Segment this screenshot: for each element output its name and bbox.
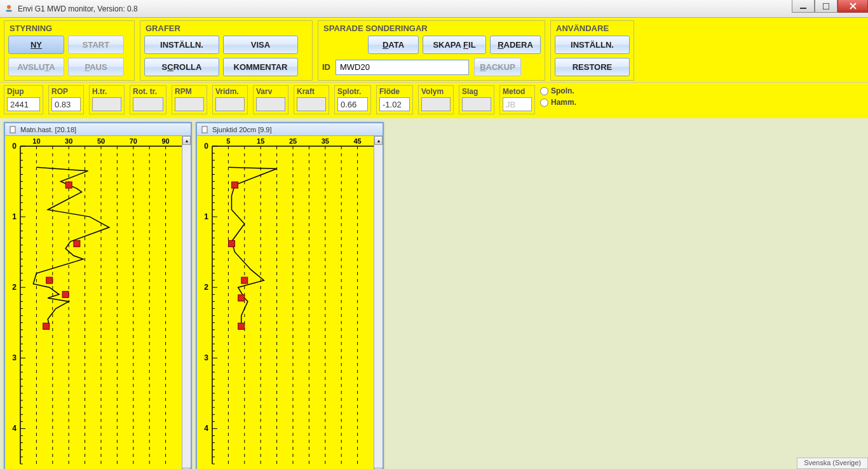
maximize-button[interactable]	[815, 0, 837, 13]
param-rop: ROP	[48, 85, 84, 114]
svg-text:25: 25	[289, 137, 297, 145]
ny-button[interactable]: NY	[8, 36, 64, 54]
param-slag: Slag	[459, 85, 494, 114]
varv-input[interactable]	[256, 97, 285, 111]
param-varv: Varv	[253, 85, 288, 114]
close-button[interactable]	[837, 0, 868, 13]
titlebar: Envi G1 MWD monitor, Version: 0.8	[0, 0, 868, 18]
param-metod: Metod	[499, 85, 535, 114]
chart-title-2: Sjunktid 20cm [9.9]	[212, 126, 272, 133]
svg-rect-3	[10, 126, 15, 133]
radio-spoln[interactable]: Spoln.	[540, 86, 576, 95]
chart-panel-2: Sjunktid 20cm [9.9] 51525354501234 ▴ ▾	[196, 122, 384, 469]
rottr-input[interactable]	[133, 97, 163, 111]
svg-text:5: 5	[226, 137, 230, 145]
svg-rect-75	[46, 277, 53, 283]
metod-input[interactable]	[503, 97, 532, 111]
kraft-input[interactable]	[297, 97, 326, 111]
param-rottr: Rot. tr.	[130, 85, 166, 114]
backup-button[interactable]: BACKUP	[474, 58, 521, 76]
svg-text:70: 70	[130, 137, 137, 145]
flode-input[interactable]	[379, 97, 410, 111]
java-icon	[4, 4, 14, 14]
svg-text:35: 35	[322, 137, 329, 145]
svg-text:3: 3	[204, 353, 208, 362]
svg-text:4: 4	[12, 424, 17, 433]
start-button[interactable]: START	[68, 36, 124, 54]
chart-panel-1: Matn.hast. [20.18] 103050709001234 ▴ ▾	[4, 122, 192, 469]
param-djup: Djup	[4, 85, 43, 114]
svg-rect-148	[232, 182, 238, 188]
svg-rect-74	[74, 240, 80, 247]
svg-text:45: 45	[353, 137, 361, 145]
skapafil-button[interactable]: SKAPA FIL	[423, 36, 486, 54]
id-input[interactable]	[336, 60, 469, 75]
group-title-anvandare: ANVÄNDARE	[555, 24, 630, 36]
data-button[interactable]: DATA	[368, 36, 419, 54]
svg-rect-150	[241, 277, 248, 283]
avsluta-button[interactable]: AVSLUTA	[8, 58, 64, 76]
djup-input[interactable]	[7, 97, 40, 111]
vridm-input[interactable]	[215, 97, 245, 111]
svg-rect-151	[238, 295, 245, 301]
kommentar-button[interactable]: KOMMENTAR	[223, 58, 298, 76]
radera-button[interactable]: RADERA	[490, 36, 541, 54]
svg-rect-149	[228, 240, 234, 247]
svg-rect-14	[5, 136, 182, 146]
chart-titlebar-1[interactable]: Matn.hast. [20.18]	[5, 123, 191, 136]
svg-rect-79	[197, 136, 374, 466]
scroll-up-icon[interactable]: ▴	[374, 136, 383, 145]
svg-text:0: 0	[12, 142, 17, 151]
svg-rect-78	[202, 126, 207, 133]
installn-button[interactable]: INSTÄLLN.	[144, 36, 219, 54]
group-grafer: GRAFER INSTÄLLN. VISA SCROLLA KOMMENTAR	[140, 20, 313, 81]
toolbar: STYRNING NY START AVSLUTA PAUS GRAFER IN…	[0, 18, 868, 83]
minimize-button[interactable]	[792, 0, 815, 13]
param-flode: Flöde	[376, 85, 413, 114]
scroll-up-icon[interactable]: ▴	[182, 136, 191, 145]
scrollbar-2[interactable]: ▴ ▾	[374, 136, 383, 469]
document-icon	[201, 126, 208, 133]
user-installn-button[interactable]: INSTÄLLN.	[555, 36, 630, 54]
scrolla-button[interactable]: SCROLLA	[144, 58, 219, 76]
param-kraft: Kraft	[294, 85, 329, 114]
scrollbar-1[interactable]: ▴ ▾	[182, 136, 191, 469]
scroll-track[interactable]	[374, 145, 383, 468]
id-label: ID	[322, 62, 330, 72]
rpm-input[interactable]	[175, 97, 204, 111]
svg-text:90: 90	[161, 137, 169, 145]
group-styrning: STYRNING NY START AVSLUTA PAUS	[4, 20, 135, 81]
svg-rect-1	[800, 8, 806, 9]
svg-rect-4	[5, 136, 182, 466]
radio-hamm[interactable]: Hamm.	[540, 98, 576, 107]
visa-button[interactable]: VISA	[223, 36, 298, 54]
svg-text:10: 10	[32, 137, 40, 145]
group-sparade: SPARADE SONDERINGAR DATA SKAPA FIL RADER…	[318, 20, 545, 81]
svg-text:4: 4	[204, 424, 208, 433]
svg-text:3: 3	[12, 353, 17, 362]
htr-input[interactable]	[92, 97, 121, 111]
chart-svg-1: 103050709001234	[5, 136, 182, 466]
svg-rect-77	[43, 323, 50, 329]
paus-button[interactable]: PAUS	[68, 58, 124, 76]
group-title-grafer: GRAFER	[144, 24, 308, 36]
svg-rect-89	[197, 136, 374, 146]
svg-text:2: 2	[12, 283, 17, 292]
volym-input[interactable]	[421, 97, 451, 111]
param-rpm: RPM	[172, 85, 207, 114]
svg-text:0: 0	[204, 142, 208, 151]
slag-input[interactable]	[462, 97, 491, 111]
svg-text:1: 1	[204, 212, 208, 221]
rop-input[interactable]	[51, 97, 81, 111]
svg-rect-73	[65, 182, 72, 188]
chart-titlebar-2[interactable]: Sjunktid 20cm [9.9]	[197, 123, 383, 136]
window-controls	[792, 0, 868, 13]
group-title-sparade: SPARADE SONDERINGAR	[322, 24, 541, 36]
chart-title-1: Matn.hast. [20.18]	[20, 126, 76, 133]
splotr-input[interactable]	[337, 97, 368, 111]
svg-point-0	[7, 5, 11, 9]
svg-text:50: 50	[97, 137, 105, 145]
svg-text:1: 1	[12, 212, 17, 221]
restore-button[interactable]: RESTORE	[555, 58, 630, 76]
scroll-track[interactable]	[182, 145, 191, 468]
